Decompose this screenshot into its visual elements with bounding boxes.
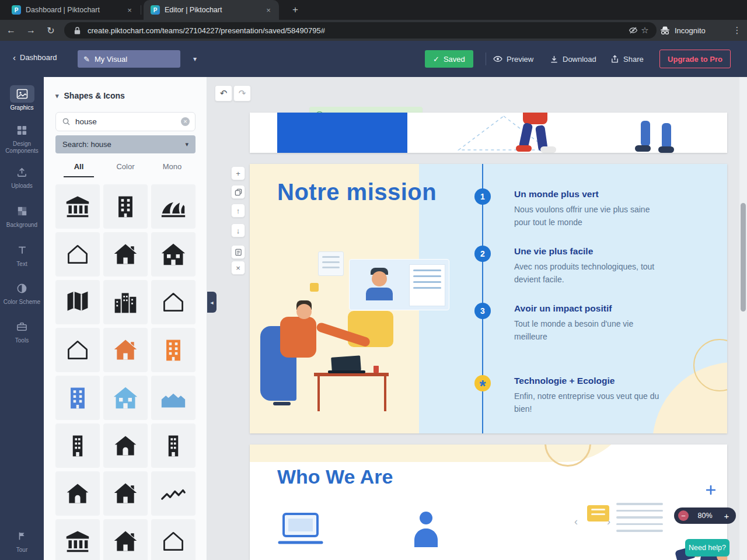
orange-cottage-tile[interactable] — [103, 328, 148, 372]
delete-slide-button[interactable]: × — [231, 261, 245, 275]
scrollbar-thumb[interactable] — [741, 203, 746, 312]
new-tab-button[interactable]: + — [288, 3, 302, 17]
clear-search-icon[interactable]: × — [181, 117, 190, 126]
opera-house-tile[interactable] — [151, 184, 196, 229]
saved-button[interactable]: ✓ Saved — [425, 50, 473, 68]
browser-menu-icon[interactable]: ⋮ — [729, 22, 745, 38]
house-shape-icon — [65, 385, 90, 411]
color-scheme-icon — [16, 283, 27, 294]
mission-body[interactable]: Avec nos produits technologiques, tout d… — [514, 260, 667, 286]
blue-houses-row-tile[interactable] — [151, 376, 196, 420]
illustration-card-large — [349, 259, 449, 310]
editor-canvas[interactable]: ↶ ↷ ✓ Successfully saved visual + ↑ ↓ — [207, 77, 747, 560]
capitol-building-tile[interactable] — [55, 184, 100, 229]
duplicate-slide-button[interactable] — [231, 185, 245, 199]
forward-icon[interactable]: → — [22, 22, 40, 38]
undo-button[interactable]: ↶ — [215, 85, 232, 102]
previous-slide[interactable] — [250, 113, 727, 153]
orange-apartment-tile[interactable] — [151, 328, 196, 372]
rail-item-tour[interactable]: Tour — [0, 527, 44, 554]
roofline-tile[interactable] — [151, 471, 196, 516]
house-silhouette-tile[interactable] — [103, 471, 148, 516]
zoom-out-button[interactable]: − — [678, 510, 689, 521]
lakeside-house-tile[interactable] — [103, 376, 148, 420]
tab-dashboard[interactable]: P Dashboard | Piktochart × — [5, 0, 140, 20]
city-map-tile[interactable] — [55, 280, 100, 324]
need-help-button[interactable]: Need help? — [685, 539, 729, 556]
skyscraper-tile[interactable] — [151, 424, 196, 468]
app-header: ‹ Dashboard ✎ My Visual ▾ ✓ Saved Previe… — [0, 41, 747, 77]
dashboard-back-link[interactable]: ‹ Dashboard — [13, 52, 57, 62]
zoom-in-button[interactable]: + — [721, 510, 732, 521]
move-slide-down-button[interactable]: ↓ — [231, 223, 245, 237]
sketch-house-tile[interactable] — [151, 280, 196, 324]
reload-icon[interactable]: ↻ — [42, 22, 60, 38]
bookmark-star-icon[interactable]: ☆ — [639, 24, 651, 36]
search-input[interactable] — [75, 117, 176, 126]
download-label: Download — [563, 55, 596, 64]
mission-heading[interactable]: Une vie plus facile — [514, 246, 667, 257]
rail-item-tools[interactable]: Tools — [0, 318, 44, 344]
carousel-left-icon[interactable]: ‹ — [574, 516, 578, 528]
redo-button[interactable]: ↷ — [233, 85, 251, 102]
document-dropdown-chevron[interactable]: ▾ — [188, 50, 202, 68]
chimney-house-tile[interactable] — [103, 232, 148, 276]
rail-item-graphics[interactable]: Graphics — [0, 85, 44, 111]
tab-mono[interactable]: Mono — [149, 160, 196, 176]
tall-tower-tile[interactable] — [55, 424, 100, 468]
move-slide-up-button[interactable]: ↑ — [231, 204, 245, 218]
canvas-scrollbar[interactable] — [739, 77, 747, 560]
document-title-button[interactable]: ✎ My Visual — [78, 50, 180, 68]
arch-home-tile[interactable] — [103, 424, 148, 468]
search-filter-dropdown[interactable]: Search: house ▾ — [55, 135, 196, 153]
rail-label: Text — [0, 261, 44, 268]
solid-home-tile[interactable] — [55, 471, 100, 516]
preview-button[interactable]: Preview — [493, 50, 533, 68]
simple-house-tile[interactable] — [55, 328, 100, 372]
slide2-title[interactable]: Who We Are — [277, 466, 393, 488]
eye-off-icon[interactable] — [627, 24, 639, 36]
back-icon[interactable]: ← — [2, 22, 20, 38]
rail-item-background[interactable]: Background — [0, 202, 44, 229]
burning-house-tile[interactable] — [103, 519, 148, 560]
mission-heading[interactable]: Un monde plus vert — [514, 189, 667, 200]
tab-color[interactable]: Color — [102, 160, 149, 176]
blue-apartment-tile[interactable] — [55, 376, 100, 420]
slide1-title[interactable]: Notre mission — [277, 179, 437, 205]
slide-notes-button[interactable] — [231, 245, 245, 259]
tab-close-icon[interactable]: × — [125, 5, 134, 15]
bold-house-tile[interactable] — [151, 519, 196, 560]
house-shape-icon — [113, 433, 138, 459]
tab-all[interactable]: All — [55, 160, 102, 176]
mission-heading[interactable]: Avoir un impact positif — [514, 303, 667, 314]
tab-close-icon[interactable]: × — [264, 5, 273, 15]
museum-tile[interactable] — [55, 519, 100, 560]
mission-body[interactable]: Nous voulons offrir une vie plus saine p… — [514, 203, 667, 229]
rail-item-uploads[interactable]: Uploads — [0, 163, 44, 190]
city-buildings-tile[interactable] — [103, 280, 148, 324]
slide-notre-mission[interactable]: Notre mission 1 — [250, 164, 727, 433]
illustration-chair-base — [273, 402, 291, 405]
mission-body[interactable]: Tout le monde a besoin d'une vie meilleu… — [514, 317, 667, 344]
rail-item-design-components[interactable]: Design Components — [0, 121, 44, 155]
windowed-house-tile[interactable] — [151, 232, 196, 276]
apartment-block-tile[interactable] — [103, 184, 148, 229]
upgrade-to-pro-button[interactable]: Upgrade to Pro — [659, 50, 731, 68]
illustration-note — [310, 283, 319, 292]
panel-collapse-handle[interactable]: ◂ — [207, 292, 217, 313]
rail-item-text[interactable]: Text — [0, 242, 44, 268]
add-slide-button[interactable]: + — [231, 166, 245, 180]
mission-body[interactable]: Enfin, notre entreprise vous veut que du… — [514, 390, 667, 416]
url-bar[interactable]: create.piktochart.com/teams/27104227/pre… — [64, 22, 657, 38]
house-outline-tile[interactable] — [55, 232, 100, 276]
rail-item-color-scheme[interactable]: Color Scheme — [0, 279, 44, 306]
panel-header[interactable]: ▾ Shapes & Icons — [55, 91, 125, 100]
mission-heading[interactable]: Technologie + Ecologie — [514, 376, 667, 386]
browser-window: P Dashboard | Piktochart × P Editor | Pi… — [0, 0, 747, 560]
download-button[interactable]: Download — [550, 50, 596, 68]
share-button[interactable]: Share — [610, 50, 644, 68]
house-shape-icon — [160, 433, 186, 459]
slide-who-we-are[interactable]: Who We Are ‹ › — [250, 444, 727, 560]
illustration-card-small — [318, 251, 344, 276]
tab-editor[interactable]: P Editor | Piktochart × — [144, 0, 279, 20]
